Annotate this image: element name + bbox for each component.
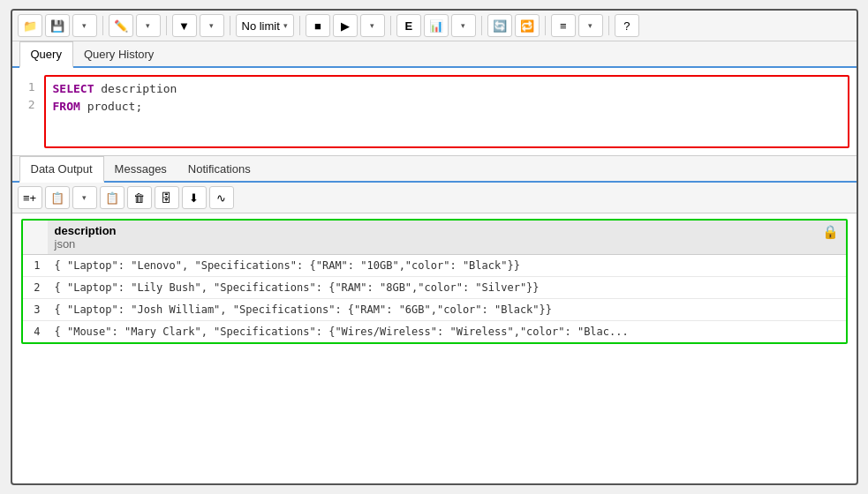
separator-2	[166, 16, 167, 35]
format-icon: ≡	[560, 19, 567, 33]
line-num-1: 1	[28, 79, 35, 96]
download-icon: ⬇	[189, 191, 199, 205]
data-table-wrapper: description json 🔒 1 { "Laptop": "Lenovo…	[21, 219, 848, 344]
output-toolbar: ≡+ 📋 ▾ 📋 🗑 🗄 ⬇ ∿	[12, 183, 857, 213]
separator-5	[390, 16, 391, 35]
chart-icon: 📊	[429, 19, 443, 33]
download-btn[interactable]: ⬇	[182, 186, 207, 209]
limit-label: No limit	[242, 19, 280, 33]
separator-8	[608, 16, 609, 35]
chevron-down-icon-3: ▾	[209, 21, 214, 30]
filter-icon: ▼	[178, 19, 190, 33]
table-row: 2 { "Laptop": "Lily Bush", "Specificatio…	[23, 277, 846, 299]
separator-3	[230, 16, 230, 35]
main-toolbar: 📁 💾 ▾ ✏️ ▾ ▼ ▾ No limit ▾ ■	[12, 11, 857, 41]
limit-dropdown[interactable]: No limit ▾	[236, 14, 294, 37]
stop-btn[interactable]: ■	[306, 14, 330, 37]
save-dropdown-btn[interactable]: ▾	[72, 14, 97, 37]
keyword-from: FROM	[53, 100, 80, 113]
edit-btn[interactable]: ✏️	[109, 14, 133, 37]
copy-dropdown-btn[interactable]: ▾	[72, 186, 97, 209]
save-icon: 💾	[50, 19, 64, 33]
add-row-icon: ≡+	[23, 191, 36, 205]
code-table: product;	[87, 100, 143, 113]
commit-btn[interactable]: 🔄	[487, 14, 512, 37]
edit-dropdown-btn[interactable]: ▾	[136, 14, 161, 37]
explain-btn[interactable]: E	[396, 14, 421, 37]
paste-btn[interactable]: 📋	[100, 186, 125, 209]
code-line-2: FROM product;	[53, 98, 841, 116]
keyword-select: SELECT	[53, 82, 94, 95]
stop-icon: ■	[314, 19, 321, 33]
help-btn[interactable]: ?	[615, 14, 639, 37]
separator-7	[545, 16, 546, 35]
col-description-header: description json 🔒	[48, 221, 846, 255]
rollback-icon: 🔁	[520, 19, 534, 33]
run-icon: ▶	[341, 19, 350, 33]
tab-query-history[interactable]: Query History	[73, 42, 164, 66]
table-row: 3 { "Laptop": "Josh William", "Specifica…	[23, 299, 846, 321]
col-name: description	[55, 224, 117, 237]
separator-1	[102, 16, 103, 35]
delete-row-btn[interactable]: 🗑	[127, 186, 152, 209]
row-value-3[interactable]: { "Laptop": "Josh William", "Specificati…	[48, 299, 846, 321]
code-line-1: SELECT description	[53, 80, 841, 98]
row-num-4: 4	[23, 321, 48, 343]
query-editor: 1 2 SELECT description FROM product;	[12, 68, 857, 156]
rollback-btn[interactable]: 🔁	[515, 14, 540, 37]
commit-icon: 🔄	[493, 19, 507, 33]
chevron-down-icon-6: ▾	[588, 21, 593, 30]
chevron-down-icon-7: ▾	[82, 193, 87, 202]
chart-btn[interactable]: 📊	[424, 14, 449, 37]
code-description: description	[101, 82, 177, 95]
folder-icon: 📁	[23, 19, 37, 33]
edit-icon: ✏️	[114, 19, 128, 33]
help-icon: ?	[623, 19, 630, 33]
limit-chevron-icon: ▾	[283, 21, 288, 30]
graph-icon: ∿	[216, 191, 226, 205]
format-btn[interactable]: ≡	[551, 14, 576, 37]
save-btn[interactable]: 💾	[45, 14, 70, 37]
main-window: 📁 💾 ▾ ✏️ ▾ ▼ ▾ No limit ▾ ■	[11, 9, 858, 485]
separator-4	[299, 16, 300, 35]
delete-icon: 🗑	[133, 191, 145, 205]
run-btn[interactable]: ▶	[333, 14, 358, 37]
line-num-2: 2	[28, 96, 35, 114]
chevron-down-icon-2: ▾	[146, 21, 150, 30]
format-dropdown-btn[interactable]: ▾	[578, 14, 603, 37]
separator-6	[481, 16, 482, 35]
tab-messages[interactable]: Messages	[104, 157, 177, 181]
col-type: json	[55, 237, 117, 251]
table-row: 1 { "Laptop": "Lenovo", "Specifications"…	[23, 255, 846, 277]
data-output-area: description json 🔒 1 { "Laptop": "Lenovo…	[12, 213, 857, 483]
paste-icon: 📋	[105, 191, 119, 205]
row-value-1[interactable]: { "Laptop": "Lenovo", "Specifications": …	[48, 255, 846, 277]
row-num-3: 3	[23, 299, 48, 321]
filter-dropdown-btn[interactable]: ▾	[200, 14, 224, 37]
open-folder-btn[interactable]: 📁	[18, 14, 42, 37]
row-value-4[interactable]: { "Mouse": "Mary Clark", "Specifications…	[48, 321, 846, 343]
row-num-2: 2	[23, 277, 48, 299]
table-row: 4 { "Mouse": "Mary Clark", "Specificatio…	[23, 321, 846, 343]
copy-btn[interactable]: 📋	[45, 186, 70, 209]
chevron-down-icon-4: ▾	[370, 21, 374, 30]
chevron-down-icon-5: ▾	[461, 21, 465, 30]
tab-notifications[interactable]: Notifications	[177, 157, 261, 181]
chart-dropdown-btn[interactable]: ▾	[451, 14, 476, 37]
copy-icon: 📋	[50, 191, 64, 205]
explain-icon: E	[405, 19, 413, 33]
graph-data-btn[interactable]: ∿	[209, 186, 234, 209]
code-editor[interactable]: SELECT description FROM product;	[44, 75, 849, 148]
row-num-header	[23, 221, 48, 255]
tab-data-output[interactable]: Data Output	[19, 156, 104, 183]
db-commit-btn[interactable]: 🗄	[155, 186, 179, 209]
tab-query[interactable]: Query	[19, 41, 73, 68]
row-num-1: 1	[23, 255, 48, 277]
add-row-btn[interactable]: ≡+	[18, 186, 42, 209]
filter-btn[interactable]: ▼	[172, 14, 197, 37]
db-icon: 🗄	[161, 191, 172, 205]
query-tabs-row: Query Query History	[12, 41, 857, 68]
run-dropdown-btn[interactable]: ▾	[360, 14, 385, 37]
row-value-2[interactable]: { "Laptop": "Lily Bush", "Specifications…	[48, 277, 846, 299]
data-table: description json 🔒 1 { "Laptop": "Lenovo…	[23, 221, 846, 342]
